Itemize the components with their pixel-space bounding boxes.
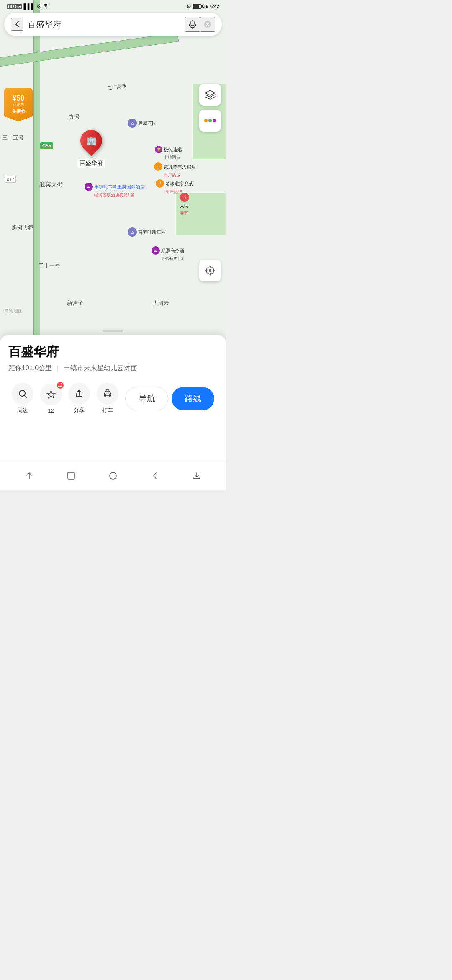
label-xinyingzi: 新营子 xyxy=(67,299,83,307)
svg-point-7 xyxy=(209,269,211,272)
promo-unit: 优惠券 xyxy=(13,102,24,108)
map-layers-button[interactable] xyxy=(199,84,221,106)
search-input[interactable]: 百盛华府 xyxy=(23,19,185,30)
svg-line-13 xyxy=(24,396,26,398)
nearby-icon xyxy=(12,383,33,405)
map-area[interactable]: 四十号 九号 二广高速 三十五号 迎宾大街 黑河大桥 二十一号 新营子 大留云 … xyxy=(0,0,226,335)
poi-sub-jitu: 丰镇网点 xyxy=(164,155,180,160)
poi-sub-laoweidao: 用户热搜 xyxy=(165,189,182,195)
svg-point-4 xyxy=(208,119,212,122)
time-label: 6:42 xyxy=(210,4,219,9)
promo-amount: ¥50 xyxy=(13,95,24,103)
map-dots-button[interactable] xyxy=(199,110,221,132)
location-icon: ⊙ xyxy=(187,3,191,9)
place-title: 百盛华府 xyxy=(8,343,218,361)
share-label: 分享 xyxy=(74,407,85,414)
poi-renmin[interactable]: ⌂ 人民 春节 xyxy=(180,193,189,216)
svg-point-3 xyxy=(204,119,208,122)
signal-icon: ▌▌▌ xyxy=(24,3,36,10)
svg-point-15 xyxy=(109,394,110,395)
voice-button[interactable] xyxy=(185,17,200,32)
svg-point-14 xyxy=(105,394,107,395)
star-badge: 12 xyxy=(57,382,64,389)
label-21hao: 二十一号 xyxy=(39,262,60,269)
svg-point-5 xyxy=(213,119,216,122)
wifi-icon: ⊙ xyxy=(37,3,42,10)
highway-vertical xyxy=(33,0,40,335)
poi-text-aoweihuayuan: 奥威花园 xyxy=(138,120,157,126)
poi-mengyuan[interactable]: 🍴 蒙源羔羊火锅店 用户热搜 xyxy=(154,162,196,178)
pin-label: 百盛华府 xyxy=(77,159,105,168)
info-divider: | xyxy=(57,365,59,372)
nav-prev-button[interactable] xyxy=(144,465,165,486)
pin-shape: 🏢 xyxy=(76,125,107,156)
nav-download-button[interactable] xyxy=(186,465,207,486)
poi-sub-renmin: 春节 xyxy=(180,210,188,216)
poi-icon-kaidi: 🛏 xyxy=(85,183,93,191)
nav-home-button[interactable] xyxy=(61,465,82,486)
location-pin[interactable]: 🏢 百盛华府 xyxy=(77,130,105,168)
poi-icon-mengyuan: 🍴 xyxy=(154,162,162,171)
svg-rect-0 xyxy=(191,21,194,26)
status-left: HD 5G ▌▌▌ ⊙ 号 xyxy=(7,3,48,10)
place-address: 丰镇市未来星幼儿园对面 xyxy=(64,364,137,373)
battery-label: 39 xyxy=(203,4,208,9)
action-share[interactable]: 分享 xyxy=(65,383,93,414)
g55-marker: G55 xyxy=(40,142,53,149)
poi-icon-renmin: ⌂ xyxy=(180,193,189,202)
poi-aoweihuayuan[interactable]: ⌂ 奥威花园 xyxy=(128,119,157,128)
navigate-button[interactable]: 导航 xyxy=(125,387,169,410)
label-yingbin: 迎宾大街 xyxy=(39,181,63,188)
poi-text-renmin: 人民 xyxy=(180,203,188,209)
place-distance: 距你101.0公里 xyxy=(8,364,52,373)
share-icon xyxy=(68,383,90,405)
pin-building-icon: 🏢 xyxy=(86,136,97,146)
search-bar: 百盛华府 xyxy=(4,13,222,36)
poi-kaidiswangfu[interactable]: 🛏 丰镇凯帝斯王府国际酒店 经济连锁酒店榜第1名 xyxy=(85,183,145,198)
action-nearby[interactable]: 周边 xyxy=(8,383,37,414)
actions-row: 周边 12 12 分享 xyxy=(8,383,218,414)
taxi-label: 打车 xyxy=(102,407,113,414)
road-017-label: 017 xyxy=(5,176,16,183)
poi-text-mengyuan: 蒙源羔羊火锅店 xyxy=(164,164,196,170)
poi-puluo[interactable]: ⌂ 普罗旺斯庄园 xyxy=(128,227,166,237)
action-taxi[interactable]: 打车 xyxy=(93,383,122,414)
label-heihe: 黑河大桥 xyxy=(12,224,33,232)
action-star[interactable]: 12 12 xyxy=(37,384,65,414)
place-info-row: 距你101.0公里 | 丰镇市未来星幼儿园对面 xyxy=(8,364,218,373)
nav-recent-button[interactable] xyxy=(103,465,123,486)
drag-handle xyxy=(103,330,123,332)
svg-rect-16 xyxy=(68,472,74,479)
poi-icon-aoweihuayuan: ⌂ xyxy=(128,119,137,128)
nav-back-button[interactable] xyxy=(19,465,40,486)
poi-jitu[interactable]: 📦 极兔速递 丰镇网点 xyxy=(155,146,182,160)
network-label: HD 5G xyxy=(7,4,22,9)
clear-button[interactable] xyxy=(200,17,215,32)
label-9hao: 九号 xyxy=(69,113,80,121)
carrier-label: 号 xyxy=(44,3,48,10)
map-location-button[interactable] xyxy=(199,260,221,281)
poi-icon-jitu: 📦 xyxy=(155,146,162,153)
status-bar: HD 5G ▌▌▌ ⊙ 号 ⊙ 39 6:42 xyxy=(0,0,226,13)
star-label: 12 xyxy=(48,407,54,414)
poi-sub-shunyuan: 最低价¥153 xyxy=(161,256,183,262)
promo-action: 免费抢 xyxy=(12,108,26,115)
svg-point-17 xyxy=(110,472,116,479)
poi-icon-shunyuan: 🛏 xyxy=(152,246,160,255)
poi-text-jitu: 极兔速递 xyxy=(164,147,182,153)
promo-badge[interactable]: ¥50 优惠券 免费抢 xyxy=(4,88,33,121)
poi-sub-mengyuan: 用户热搜 xyxy=(164,172,180,178)
poi-icon-laoweidao: 🍴 xyxy=(156,179,164,188)
star-icon-container: 12 xyxy=(40,384,62,405)
label-daliuyun: 大留云 xyxy=(153,299,169,307)
poi-shunyuan[interactable]: 🛏 顺源商务酒 最低价¥153 xyxy=(152,246,184,262)
status-right: ⊙ 39 6:42 xyxy=(187,3,219,9)
battery-icon xyxy=(193,4,202,9)
search-back-button[interactable] xyxy=(11,18,23,31)
poi-text-kaidi: 丰镇凯帝斯王府国际酒店 xyxy=(94,184,145,190)
map-watermark: 高德地图 xyxy=(4,308,23,314)
poi-icon-puluo: ⌂ xyxy=(128,227,137,237)
route-label: 路线 xyxy=(185,393,201,404)
taxi-icon xyxy=(97,383,118,405)
route-button[interactable]: 路线 xyxy=(172,387,214,410)
